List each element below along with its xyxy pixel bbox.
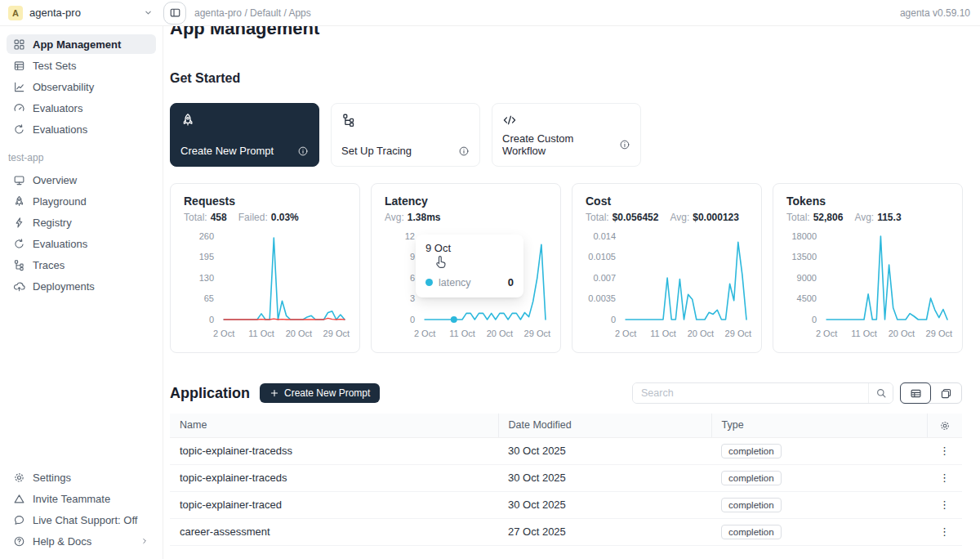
sidebar-item-evaluations[interactable]: Evaluations	[7, 234, 156, 253]
sidebar-toggle-icon	[169, 7, 181, 19]
chevron-right-icon	[140, 536, 149, 546]
card-view-icon	[940, 387, 952, 400]
sidebar-item-evaluators[interactable]: Evaluators	[7, 98, 156, 118]
create-new-prompt-button[interactable]: Create New Prompt	[260, 383, 380, 403]
table-row-topic-explainer-traceds[interactable]: topic-explainer-traceds30 Oct 2025comple…	[170, 464, 962, 491]
metric-chart[interactable]: 00.00350.0070.01050.0142 Oct11 Oct20 Oct…	[586, 230, 750, 341]
metric-card-cost: CostTotal:$0.056452Avg:$0.00012300.00350…	[572, 183, 762, 353]
svg-text:0: 0	[410, 315, 415, 324]
svg-text:20 Oct: 20 Oct	[487, 329, 513, 338]
cell-type: completion	[711, 518, 927, 545]
sidebar-item-label: Invite Teammate	[33, 493, 110, 505]
svg-text:3: 3	[410, 293, 415, 303]
workspace-name: agenta-pro	[29, 7, 81, 19]
cell-type: completion	[711, 464, 927, 491]
sidebar-item-evaluations[interactable]: Evaluations	[7, 119, 156, 139]
workspace-avatar: A	[8, 6, 23, 20]
get-started-card-set-up-tracing[interactable]: Set Up Tracing	[331, 103, 480, 167]
metric-title: Tokens	[786, 195, 949, 208]
sidebar-item-live-chat-support-off[interactable]: Live Chat Support: Off	[7, 510, 156, 530]
metric-stats: Avg:1.38ms	[385, 212, 547, 223]
cell-date-modified: 27 Oct 2025	[498, 518, 711, 545]
cell-date-modified: 30 Oct 2025	[498, 437, 711, 464]
svg-text:2 Oct: 2 Oct	[816, 329, 837, 338]
svg-text:12: 12	[405, 231, 415, 241]
application-header: Application Create New Prompt	[170, 382, 962, 404]
svg-text:0: 0	[812, 315, 817, 324]
cycle-icon	[13, 123, 25, 136]
cursor-icon	[435, 255, 449, 271]
sidebar-item-deployments[interactable]: Deployments	[7, 276, 156, 296]
main-content: App Management Get Started Create New Pr…	[163, 0, 980, 546]
table-header-row: Name Date Modified Type	[170, 414, 962, 437]
metric-title: Requests	[184, 195, 346, 208]
cloud-icon	[13, 280, 25, 293]
rocket-icon	[13, 195, 25, 208]
sidebar-item-traces[interactable]: Traces	[7, 255, 156, 275]
svg-text:2 Oct: 2 Oct	[213, 329, 234, 338]
get-started-card-create-custom-workflow[interactable]: Create Custom Workflow	[492, 103, 641, 167]
row-menu-button[interactable]: ⋮	[927, 464, 962, 491]
svg-text:13500: 13500	[791, 252, 817, 262]
svg-text:260: 260	[199, 231, 214, 241]
metric-chart[interactable]: 0651301952602 Oct11 Oct20 Oct29 Oct	[184, 230, 348, 341]
sidebar-item-invite-teammate[interactable]: Invite Teammate	[7, 489, 156, 508]
card-view-button[interactable]	[930, 383, 961, 403]
sidebar-item-playground[interactable]: Playground	[7, 191, 156, 211]
table-row-topic-explainer-tracedss[interactable]: topic-explainer-tracedss30 Oct 2025compl…	[170, 437, 962, 464]
sidebar-item-label: Evaluations	[33, 238, 87, 250]
create-new-prompt-label: Create New Prompt	[284, 387, 370, 399]
cell-type: completion	[711, 437, 927, 464]
breadcrumb[interactable]: agenta-pro / Default / Apps	[194, 7, 311, 19]
table-view-button[interactable]	[900, 382, 931, 404]
table-row-career-assessment[interactable]: career-assessment27 Oct 2025completion⋮	[170, 518, 962, 545]
sidebar-item-label: Evaluations	[33, 123, 87, 136]
gear-icon[interactable]	[939, 420, 951, 432]
search-input[interactable]	[633, 383, 868, 403]
version-label: agenta v0.59.10	[900, 7, 980, 19]
svg-text:18000: 18000	[791, 231, 817, 241]
sidebar-item-label: Evaluators	[33, 102, 82, 114]
metric-card-latency: LatencyAvg:1.38ms0369122 Oct11 Oct20 Oct…	[371, 183, 561, 353]
svg-text:29 Oct: 29 Oct	[926, 329, 952, 338]
sidebar-item-app-management[interactable]: App Management	[7, 34, 156, 54]
sidebar-item-settings[interactable]: Settings	[7, 467, 156, 487]
chart-tooltip: 9 Octlatency0	[416, 235, 523, 297]
sidebar-item-overview[interactable]: Overview	[7, 170, 156, 190]
sidebar-item-label: App Management	[33, 38, 121, 51]
metric-card-tokens: TokensTotal:52,806Avg:115.30450090001350…	[773, 183, 963, 353]
sidebar-toggle-button[interactable]	[163, 2, 186, 25]
sidebar-item-registry[interactable]: Registry	[7, 212, 156, 232]
hover-point-marker	[451, 316, 457, 323]
column-header-type: Type	[711, 414, 927, 437]
info-icon[interactable]	[619, 139, 630, 150]
observability-icon	[13, 81, 25, 93]
metric-stat: Failed:0.03%	[238, 212, 299, 223]
help-icon	[13, 535, 25, 548]
column-settings[interactable]	[927, 414, 962, 437]
search-icon	[875, 387, 887, 399]
table-row-topic-explainer-traced[interactable]: topic-explainer-traced30 Oct 2025complet…	[170, 491, 962, 518]
tooltip-value: 0	[508, 276, 514, 288]
workspace-selector[interactable]: A agenta-pro	[0, 0, 163, 25]
metric-stats: Total:$0.056452Avg:$0.000123	[586, 212, 748, 223]
sidebar-item-label: Traces	[33, 259, 65, 271]
info-icon[interactable]	[458, 145, 470, 157]
metric-stat: Total:458	[184, 212, 227, 223]
application-title: Application	[170, 385, 250, 402]
row-menu-button[interactable]: ⋮	[927, 518, 962, 545]
search-button[interactable]	[868, 383, 893, 403]
cell-name: topic-explainer-traceds	[170, 464, 498, 491]
sidebar-item-observability[interactable]: Observability	[7, 77, 156, 96]
sidebar-item-help-docs[interactable]: Help & Docs	[7, 531, 156, 551]
info-icon[interactable]	[297, 145, 309, 157]
sidebar-item-test-sets[interactable]: Test Sets	[7, 56, 156, 75]
metric-chart[interactable]: 04500900013500180002 Oct11 Oct20 Oct29 O…	[786, 230, 951, 341]
get-started-card-create-new-prompt[interactable]: Create New Prompt	[170, 103, 319, 167]
tooltip-date: 9 Oct	[425, 242, 514, 254]
svg-text:29 Oct: 29 Oct	[323, 329, 350, 338]
row-menu-button[interactable]: ⋮	[927, 437, 962, 464]
type-badge: completion	[721, 471, 782, 485]
row-menu-button[interactable]: ⋮	[927, 491, 962, 518]
sidebar-item-label: Help & Docs	[33, 535, 91, 548]
